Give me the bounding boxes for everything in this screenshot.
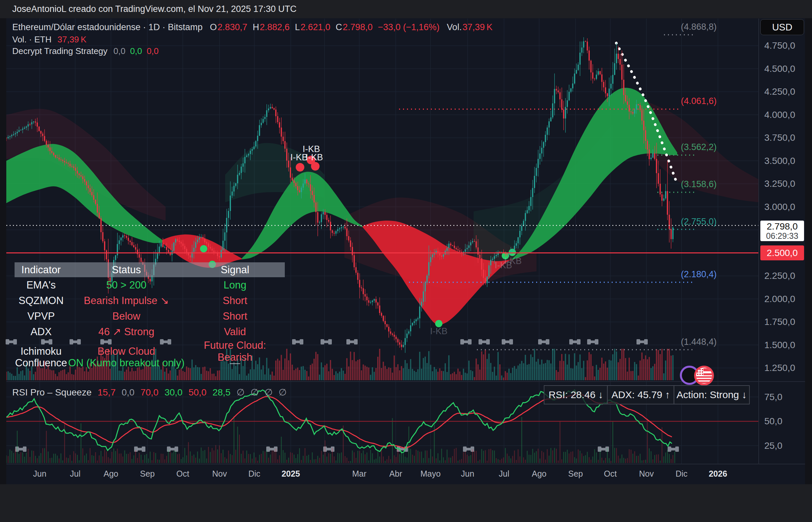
price-axis-label[interactable]: 2.250,0: [764, 270, 795, 281]
legend-item: 2.621,0: [301, 22, 330, 32]
legend-item: H: [253, 22, 259, 32]
ikb-signal-label: I-KB: [306, 152, 323, 163]
currency-toggle-button[interactable]: USD: [760, 19, 804, 35]
time-axis-label[interactable]: Mayo: [420, 469, 441, 479]
time-axis-label[interactable]: Dic: [675, 469, 688, 479]
rsi-status-badge: RSI: 28.46 ↓: [544, 385, 608, 404]
rsi-indicator-legend[interactable]: RSI Pro – Squeeze15,70,070,030,050,028,5…: [12, 387, 293, 398]
sell-signal-dot: [296, 163, 304, 172]
rsi-pane-value: ∅: [251, 387, 259, 398]
indicator-signal: Short: [185, 295, 285, 307]
time-axis-label[interactable]: Sep: [140, 469, 155, 479]
buy-signal-dot: [200, 245, 207, 253]
rsi-pane-title: RSI Pro – Squeeze: [12, 387, 92, 398]
price-axis-label[interactable]: 3.000,0: [764, 202, 795, 212]
price-axis-label[interactable]: 1.500,0: [764, 340, 795, 350]
table-row: SQZMONBearish Impulse ↘Short: [15, 293, 285, 308]
bar-countdown: 06:29:33: [766, 232, 798, 240]
price-level-label: (3.562,2): [681, 142, 717, 152]
indicator-name: Confluence: [15, 357, 67, 369]
time-axis-label[interactable]: Oct: [604, 469, 617, 479]
us-flag-icon: [694, 366, 714, 385]
indicator-signal: —: [185, 357, 285, 369]
legend-item: 2.882,6: [260, 22, 289, 32]
rsi-pane-value: 50,0: [188, 387, 207, 398]
tradingview-chart-snapshot: JoseAntonioL creado con TradingView.com,…: [0, 0, 812, 522]
price-axis-label[interactable]: 3.500,0: [764, 156, 795, 166]
rsi-axis-label[interactable]: 50,0: [764, 416, 783, 427]
time-axis-label[interactable]: Oct: [177, 469, 189, 479]
price-axis-label[interactable]: 3.750,0: [764, 133, 795, 143]
price-level-label: (3.158,6): [681, 179, 717, 189]
price-level-label: (2.755,0): [681, 216, 717, 226]
time-axis-label[interactable]: Nov: [639, 469, 654, 479]
table-header-status: Status: [67, 264, 185, 276]
indicator-name: ADX: [15, 326, 67, 338]
legend-item: C: [336, 22, 342, 32]
symbol-legend-row[interactable]: Ethereum/Dólar estadounidense · 1D · Bit…: [12, 22, 492, 33]
table-row: EMA's50 > 200Long: [15, 277, 285, 293]
rsi-pane-value: ∅: [279, 387, 286, 398]
legend-item: 37,39 K: [57, 35, 86, 44]
legend-item: 0,0: [130, 46, 142, 56]
indicator-name: VPVP: [15, 310, 67, 322]
chart-canvas[interactable]: [0, 0, 812, 522]
ikb-signal-label-faint: I-KB: [430, 326, 448, 337]
indicator-name: Ichimoku: [15, 345, 67, 357]
legend-item: Vol. · ETH: [12, 35, 51, 44]
rsi-pane-value: 30,0: [165, 387, 183, 398]
indicator-status: Below: [67, 310, 185, 322]
price-axis-label[interactable]: 1.750,0: [764, 317, 795, 327]
price-axis-label[interactable]: 4.250,0: [764, 86, 795, 97]
time-axis-label[interactable]: Nov: [212, 469, 227, 479]
time-axis-label[interactable]: Ago: [104, 469, 118, 479]
price-axis-label[interactable]: 4.750,0: [764, 40, 795, 51]
time-axis-label[interactable]: Jun: [461, 469, 474, 479]
price-level-label: (4.061,6): [681, 96, 717, 106]
strategy-legend-row[interactable]: Decrypt Trading Strategy0,00,00,0: [12, 46, 159, 56]
indicator-status: Below Cloud: [67, 345, 185, 357]
rsi-pane-value: 15,7: [98, 387, 116, 398]
legend-item: 37,39 K: [462, 22, 492, 32]
time-axis-label[interactable]: Abr: [389, 469, 402, 479]
indicator-name: SQZMON: [15, 295, 67, 307]
price-axis-label[interactable]: 4.000,0: [764, 109, 795, 120]
table-row: ConfluenceON (Kumo breakout only)—: [15, 355, 285, 370]
table-row: IchimokuBelow CloudFuture Cloud: Bearish: [15, 340, 285, 355]
legend-item: 0,0: [147, 46, 159, 56]
time-axis-label[interactable]: Mar: [352, 469, 366, 479]
time-axis-label[interactable]: Jul: [70, 469, 80, 479]
price-axis-label[interactable]: 1.250,0: [764, 363, 795, 373]
price-axis-label[interactable]: 4.500,0: [764, 64, 795, 74]
time-axis-label[interactable]: Dic: [248, 469, 260, 479]
time-axis-label[interactable]: Ago: [532, 469, 546, 479]
volume-legend-row[interactable]: Vol. · ETH37,39 K: [12, 35, 86, 45]
indicator-status: 50 > 200: [67, 279, 185, 291]
rsi-pane-value: 28,5: [212, 387, 231, 398]
indicator-summary-table: Indicator Status Signal EMA's50 > 200Lon…: [15, 262, 285, 370]
legend-item: 0,0: [114, 46, 125, 56]
indicator-status: Bearish Impulse ↘: [67, 295, 185, 307]
table-row: ADX46 ↗ StrongValid: [15, 324, 285, 340]
legend-item: Vol.: [447, 22, 462, 32]
indicator-name: EMA's: [15, 279, 67, 291]
alert-price-badge: 2.500,0: [760, 245, 804, 260]
legend-item: Ethereum/Dólar estadounidense · 1D · Bit…: [12, 22, 203, 32]
rsi-axis-label[interactable]: 75,0: [764, 392, 783, 402]
rsi-axis-label[interactable]: 25,0: [764, 441, 783, 451]
time-axis-label[interactable]: Jun: [33, 469, 46, 479]
ikb-signal-label: I-KB: [290, 152, 308, 163]
price-level-label: (2.180,4): [681, 269, 717, 280]
rsi-pane-value: ∅: [265, 387, 272, 398]
legend-item: O: [210, 22, 217, 32]
price-axis-label[interactable]: 2.000,0: [764, 294, 795, 304]
indicator-status: ON (Kumo breakout only): [67, 357, 185, 369]
time-axis-label[interactable]: Sep: [568, 469, 583, 479]
action-status-badge: Action: Strong ↓: [674, 385, 750, 404]
time-axis-label[interactable]: 2025: [282, 469, 300, 479]
legend-item: Decrypt Trading Strategy: [12, 46, 108, 56]
time-axis-label[interactable]: Jul: [499, 469, 509, 479]
time-axis-label[interactable]: 2026: [709, 469, 727, 479]
legend-item: −33,0 (−1,16%): [378, 22, 440, 32]
price-axis-label[interactable]: 3.250,0: [764, 179, 795, 189]
